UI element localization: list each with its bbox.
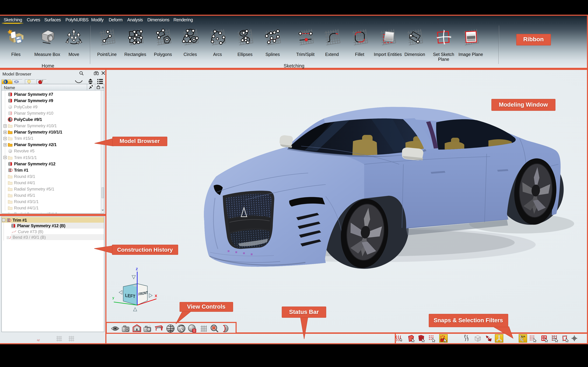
svg-text:y: y [112,296,114,300]
svg-text:zyx: zyx [521,335,525,338]
svg-text:Z: Z [136,267,138,271]
svg-text:X: X [155,294,157,298]
